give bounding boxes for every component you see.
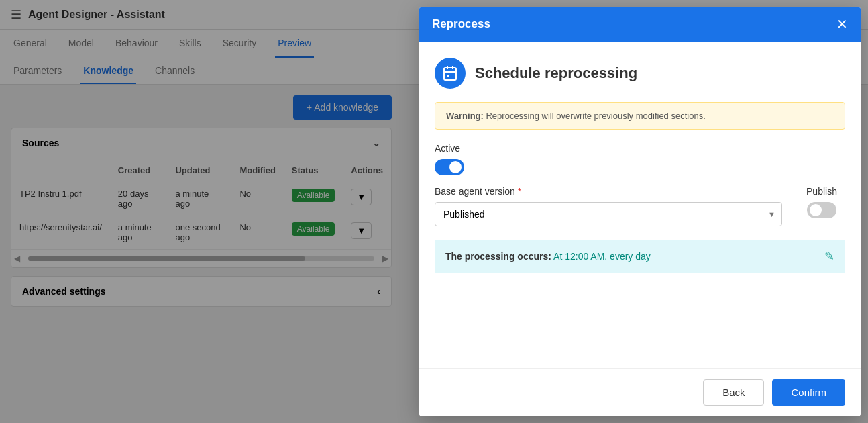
base-agent-label: Base agent version * — [435, 186, 782, 197]
svg-rect-4 — [447, 75, 449, 77]
active-label: Active — [435, 143, 845, 154]
base-agent-select[interactable]: Published Draft — [435, 202, 782, 226]
active-toggle[interactable] — [435, 159, 464, 175]
required-star: * — [518, 186, 521, 197]
publish-label: Publish — [806, 186, 837, 197]
modal-body: Schedule reprocessing Warning: Reprocess… — [419, 42, 861, 303]
back-button[interactable]: Back — [703, 379, 764, 406]
publish-toggle[interactable] — [807, 202, 836, 218]
modal-header: Reprocess ✕ — [419, 7, 861, 42]
schedule-title: Schedule reprocessing — [475, 64, 637, 82]
active-section: Active — [435, 143, 845, 175]
warning-box: Warning: Reprocessing will overwrite pre… — [435, 102, 845, 130]
modal-footer: Back Confirm — [419, 368, 861, 416]
base-agent-row: Base agent version * Published Draft Pub… — [435, 186, 845, 226]
confirm-button[interactable]: Confirm — [772, 379, 845, 406]
reprocess-modal: Reprocess ✕ Schedule reprocessing Warnin… — [419, 7, 861, 416]
modal-close-button[interactable]: ✕ — [836, 17, 848, 31]
processing-label: The processing occurs: — [445, 251, 551, 262]
modal-title: Reprocess — [432, 17, 490, 31]
schedule-section-title: Schedule reprocessing — [435, 58, 845, 89]
processing-time-value: At 12:00 AM, every day — [553, 251, 651, 262]
publish-toggle-slider — [807, 202, 836, 218]
publish-section: Publish — [798, 186, 845, 218]
warning-text: Reprocessing will overwrite previously m… — [486, 111, 705, 121]
processing-text: The processing occurs: At 12:00 AM, ever… — [445, 251, 651, 262]
processing-info-box: The processing occurs: At 12:00 AM, ever… — [435, 240, 845, 273]
toggle-slider — [435, 159, 464, 175]
warning-label: Warning: — [446, 111, 484, 121]
edit-icon[interactable]: ✎ — [824, 249, 834, 264]
base-agent-left: Base agent version * Published Draft — [435, 186, 782, 226]
calendar-icon — [435, 58, 466, 89]
calendar-svg — [442, 65, 458, 81]
base-agent-select-wrapper: Published Draft — [435, 202, 782, 226]
svg-rect-0 — [444, 68, 456, 80]
